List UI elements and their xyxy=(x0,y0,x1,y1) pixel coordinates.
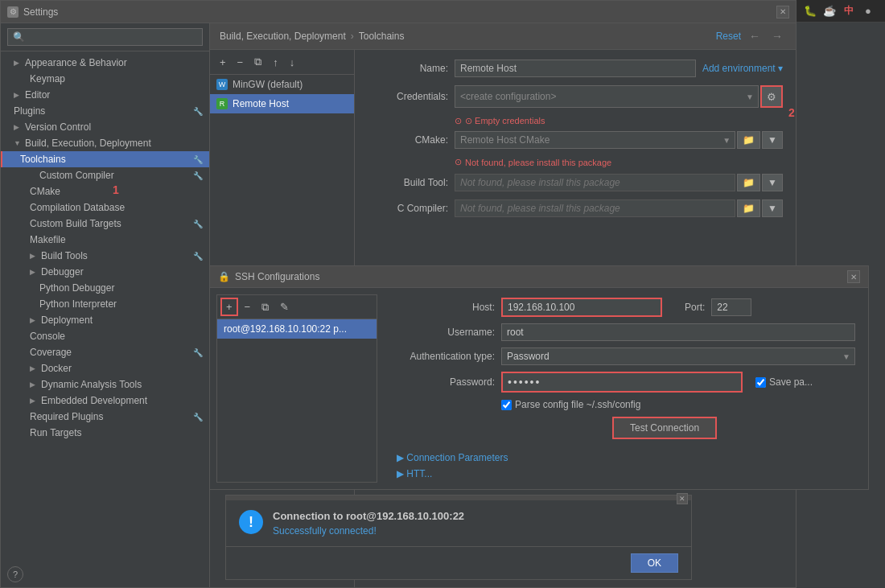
cmake-label: CMake: xyxy=(368,134,448,146)
name-input[interactable] xyxy=(455,60,696,77)
tc-up-button[interactable]: ↑ xyxy=(268,54,283,71)
sidebar-item-toolchains[interactable]: Toolchains 🔧 xyxy=(1,151,209,167)
sidebar-item-custom-compiler[interactable]: Custom Compiler 🔧 xyxy=(1,167,209,183)
sidebar-item-version-control[interactable]: ▶ Version Control xyxy=(1,119,209,135)
ssh-copy-button[interactable]: ⧉ xyxy=(257,298,274,316)
ssh-auth-type-row: Authentication type: Password ▼ xyxy=(390,347,855,365)
sidebar-item-build-exec[interactable]: ▼ Build, Execution, Deployment xyxy=(1,135,209,151)
window-close-button[interactable]: ✕ xyxy=(776,6,789,19)
sidebar-item-required-plugins[interactable]: Required Plugins 🔧 xyxy=(1,409,209,425)
expand-arrow: ▶ xyxy=(30,316,38,324)
add-environment-button[interactable]: Add environment ▾ xyxy=(702,63,783,74)
ssh-edit-button[interactable]: ✎ xyxy=(275,298,294,315)
ssh-password-input[interactable] xyxy=(501,372,743,393)
sidebar-item-docker[interactable]: ▶ Docker xyxy=(1,360,209,376)
expand-arrow: ▶ xyxy=(30,380,38,389)
reset-button[interactable]: Reset xyxy=(716,31,741,42)
credentials-select[interactable]: <create configuration> xyxy=(455,85,759,108)
cmake-select[interactable]: Remote Host CMake xyxy=(455,131,735,149)
parse-config-checkbox[interactable] xyxy=(501,400,512,410)
ssh-username-input[interactable] xyxy=(501,323,855,341)
expand-arrow: ▶ xyxy=(30,364,38,372)
search-input[interactable] xyxy=(7,28,203,46)
save-password-checkbox[interactable] xyxy=(755,377,766,388)
sidebar-label-dynamic-analysis: Dynamic Analysis Tools xyxy=(41,379,142,390)
tc-remove-button[interactable]: − xyxy=(233,54,249,71)
sidebar-item-python-interpreter[interactable]: Python Interpreter xyxy=(1,296,209,312)
ssh-auth-select[interactable]: Password xyxy=(501,347,855,365)
ssh-list-item[interactable]: root@192.168.10.100:22 p... xyxy=(217,319,377,339)
sidebar-item-dynamic-analysis[interactable]: ▶ Dynamic Analysis Tools xyxy=(1,376,209,393)
sidebar-item-debugger[interactable]: ▶ Debugger xyxy=(1,264,209,280)
sidebar-item-custom-build-targets[interactable]: Custom Build Targets 🔧 xyxy=(1,216,209,232)
ssh-dialog-title-text: 🔒 SSH Configurations xyxy=(218,271,319,282)
ssh-auth-type-label: Authentication type: xyxy=(390,351,495,362)
test-connection-button[interactable]: Test Connection xyxy=(612,417,717,439)
taskbar-debug-icon[interactable]: 🐛 xyxy=(803,4,817,19)
sidebar-item-makefile[interactable]: Makefile xyxy=(1,232,209,248)
ssh-password-row: Password: Save pa... xyxy=(390,372,855,393)
sidebar-item-coverage[interactable]: Coverage 🔧 xyxy=(1,344,209,360)
sidebar-item-appearance[interactable]: ▶ Appearance & Behavior xyxy=(1,55,209,71)
success-ok-button[interactable]: OK xyxy=(631,553,678,573)
sidebar-item-plugins[interactable]: Plugins 🔧 xyxy=(1,103,209,119)
ssh-port-input[interactable] xyxy=(711,298,751,316)
ssh-host-input[interactable] xyxy=(501,298,662,317)
cmake-dropdown-button[interactable]: ▼ xyxy=(762,131,783,149)
sidebar-label-docker: Docker xyxy=(41,363,72,374)
help-button[interactable]: ? xyxy=(7,566,23,582)
http-section-toggle[interactable]: ▶ HTT... xyxy=(397,468,855,479)
toolchain-item-mingw[interactable]: W MinGW (default) xyxy=(210,75,354,94)
back-button[interactable]: ← xyxy=(746,28,764,44)
tc-down-button[interactable]: ↓ xyxy=(285,54,300,71)
build-tool-row: Build Tool: 📁 ▼ xyxy=(368,174,783,191)
sidebar-item-keymap[interactable]: Keymap xyxy=(1,71,209,87)
sidebar-item-embedded-dev[interactable]: ▶ Embedded Development xyxy=(1,393,209,409)
sidebar-item-build-tools[interactable]: ▶ Build Tools 🔧 xyxy=(1,248,209,264)
taskbar-dot-icon[interactable]: ● xyxy=(861,4,875,19)
cmake-dropdown[interactable]: Remote Host CMake ▼ xyxy=(455,131,735,149)
c-compiler-folder-button[interactable]: 📁 xyxy=(737,199,760,217)
sidebar-item-cmake[interactable]: CMake xyxy=(1,183,209,199)
tc-copy-button[interactable]: ⧉ xyxy=(249,53,266,71)
settings-icon: ⚙ xyxy=(7,6,19,18)
sidebar-label-editor: Editor xyxy=(25,89,50,101)
success-close-button[interactable]: ✕ xyxy=(677,493,688,504)
sidebar-label-toolchains: Toolchains xyxy=(20,154,66,165)
sidebar-item-compilation-db[interactable]: Compilation Database xyxy=(1,199,209,216)
sidebar-label-debugger: Debugger xyxy=(41,266,84,278)
save-password-row: Save pa... xyxy=(755,376,813,388)
credentials-gear-button[interactable]: ⚙ xyxy=(760,85,783,108)
ext-icon: 🔧 xyxy=(193,252,203,261)
build-tool-folder-button[interactable]: 📁 xyxy=(737,174,760,191)
sidebar-item-run-targets[interactable]: Run Targets xyxy=(1,425,209,441)
ssh-form: Host: Port: Username: Authentication typ… xyxy=(384,294,862,483)
build-tool-dropdown-button[interactable]: ▼ xyxy=(762,174,783,191)
sidebar-item-python-debugger[interactable]: Python Debugger xyxy=(1,280,209,296)
credentials-dropdown[interactable]: <create configuration> ▼ xyxy=(455,85,759,108)
taskbar-coffee-icon[interactable]: ☕ xyxy=(822,4,837,19)
sidebar-label-makefile: Makefile xyxy=(30,234,66,245)
sidebar-item-editor[interactable]: ▶ Editor xyxy=(1,87,209,103)
ssh-remove-button[interactable]: − xyxy=(240,298,256,315)
ssh-dialog-close-button[interactable]: ✕ xyxy=(847,270,860,283)
ext-icon: 🔧 xyxy=(193,220,203,228)
window-title: Settings xyxy=(23,6,58,18)
title-bar-left: ⚙ Settings xyxy=(7,6,58,18)
ssh-auth-dropdown[interactable]: Password ▼ xyxy=(501,347,855,365)
connection-params-toggle[interactable]: ▶ Connection Parameters xyxy=(397,452,855,463)
c-compiler-input[interactable] xyxy=(455,199,735,217)
credentials-error: ⊙ ⊙ Empty credentials xyxy=(455,116,783,126)
build-tool-input[interactable] xyxy=(455,174,735,191)
forward-button[interactable]: → xyxy=(768,28,786,44)
sidebar-item-console[interactable]: Console xyxy=(1,328,209,344)
taskbar-chinese-icon[interactable]: 中 xyxy=(842,4,856,19)
ssh-add-button[interactable]: + xyxy=(220,298,238,316)
toolchain-item-remote-host[interactable]: R Remote Host xyxy=(210,94,354,113)
ssh-host-label: Host: xyxy=(390,302,495,313)
success-text: Connection to root@192.168.10.100:22 Suc… xyxy=(273,510,464,537)
c-compiler-dropdown-button[interactable]: ▼ xyxy=(762,199,783,217)
sidebar-item-deployment[interactable]: ▶ Deployment xyxy=(1,312,209,328)
cmake-folder-button[interactable]: 📁 xyxy=(737,131,760,149)
tc-add-button[interactable]: + xyxy=(215,54,231,71)
